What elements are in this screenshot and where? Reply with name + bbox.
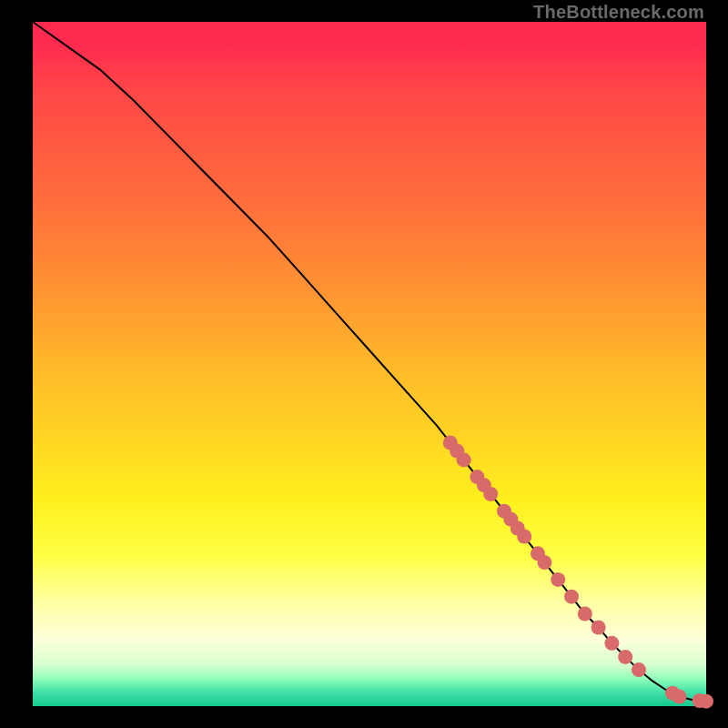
curve-line — [33, 22, 706, 702]
data-marker — [618, 650, 632, 664]
chart-container: TheBottleneck.com — [0, 0, 728, 728]
data-marker — [672, 690, 686, 704]
data-marker — [483, 487, 498, 501]
marker-group — [443, 436, 713, 709]
plot-overlay — [33, 22, 706, 706]
watermark-text: TheBottleneck.com — [533, 2, 704, 23]
data-marker — [517, 530, 531, 544]
data-marker — [537, 555, 551, 570]
data-marker — [457, 452, 471, 467]
data-marker — [699, 694, 713, 709]
data-marker — [632, 662, 646, 677]
data-marker — [551, 572, 565, 587]
data-marker — [564, 590, 579, 604]
data-marker — [604, 636, 619, 651]
data-marker — [592, 621, 606, 635]
data-marker — [578, 607, 592, 622]
